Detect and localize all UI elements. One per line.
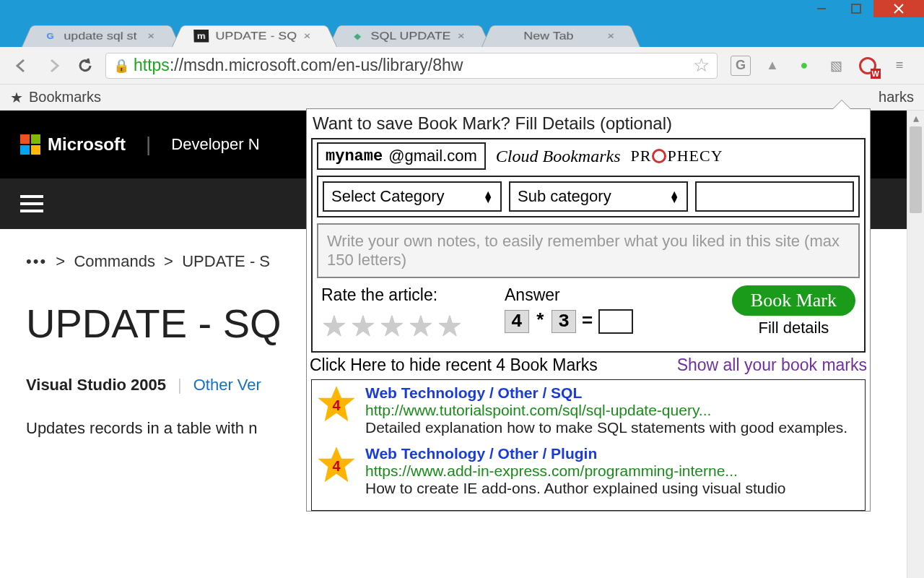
captcha-answer-input[interactable] <box>598 309 633 334</box>
tab-label: SQL UPDATE <box>370 30 450 42</box>
url-text: ://msdn.microsoft.com/en-us/library/8hw <box>170 56 463 75</box>
scroll-up-icon[interactable]: ▴ <box>907 111 924 125</box>
star-icon[interactable]: ★ <box>379 309 405 342</box>
ms-brand: Microsoft <box>48 134 126 155</box>
email-name: myname <box>326 147 383 165</box>
close-icon[interactable]: × <box>457 30 465 42</box>
ext-prophecy-icon[interactable]: W <box>858 56 878 76</box>
reload-button[interactable] <box>74 57 97 74</box>
tab-0[interactable]: Gupdate sql st× <box>22 25 180 47</box>
tab-label: UPDATE - SQ <box>215 30 297 42</box>
hide-recent-link[interactable]: Click Here to hide recent 4 Book Marks <box>310 355 598 375</box>
bookmark-category[interactable]: Web Technology / Other / SQL <box>365 384 860 402</box>
extension-icons: G ▲ ● ▧ W ≡ <box>726 56 914 76</box>
tab-1[interactable]: mUPDATE - SQ× <box>172 25 337 47</box>
bookmark-button[interactable]: Book Mark <box>732 285 855 316</box>
tab-label: update sql st <box>64 30 136 42</box>
captcha-b: 3 <box>552 310 576 333</box>
rating-stars[interactable]: ★ ★ ★ ★ ★ <box>321 309 463 342</box>
star-icon: ★ <box>10 89 23 106</box>
close-icon[interactable]: × <box>147 30 155 42</box>
url-https: https <box>134 56 170 75</box>
bookmark-desc: How to create IE add-ons. Author explain… <box>365 480 860 497</box>
bookmark-url[interactable]: http://www.tutorialspoint.com/sql/sql-up… <box>365 402 860 419</box>
star-icon[interactable]: ★ <box>321 309 347 342</box>
cloud-bookmarks-label: Cloud Bookmarks <box>496 147 621 166</box>
bookmark-desc: Detailed explanation how to make SQL sta… <box>365 419 860 436</box>
popup-title: Want to save Book Mark? Fill Details (op… <box>307 109 870 138</box>
star-icon[interactable]: ★ <box>437 309 463 342</box>
divider: | <box>146 133 151 156</box>
rating-star-icon: 4 <box>316 384 357 425</box>
email-box[interactable]: myname @gmail.com <box>317 142 486 170</box>
scroll-thumb[interactable] <box>910 126 922 213</box>
popup-pointer <box>832 100 851 109</box>
sql-icon: ◆ <box>350 30 364 41</box>
google-icon: G <box>43 30 57 41</box>
tab-3[interactable]: New Tab× <box>481 25 640 47</box>
ext-unknown-icon[interactable]: ▧ <box>826 56 846 76</box>
captcha-op: * <box>535 311 546 332</box>
email-domain: @gmail.com <box>388 147 477 165</box>
bookmarks-bar: ★Bookmarks harks <box>0 85 924 111</box>
breadcrumb-update: UPDATE - S <box>182 252 270 270</box>
address-bar[interactable]: 🔒 https://msdn.microsoft.com/en-us/libra… <box>105 53 718 79</box>
ext-drive-icon[interactable]: ▲ <box>762 56 783 76</box>
bookmarks-label[interactable]: Bookmarks <box>29 89 101 105</box>
bookmark-popup: Want to save Book Mark? Fill Details (op… <box>306 108 871 512</box>
star-icon[interactable]: ★ <box>408 309 434 342</box>
fill-details-label: Fill details <box>732 319 855 337</box>
browser-toolbar: 🔒 https://msdn.microsoft.com/en-us/libra… <box>0 47 924 85</box>
answer-label: Answer <box>505 285 633 305</box>
ext-chat-icon[interactable]: ● <box>794 56 814 76</box>
star-icon[interactable]: ★ <box>350 309 376 342</box>
tab-label: New Tab <box>524 30 574 42</box>
lock-icon: 🔒 <box>113 58 129 74</box>
breadcrumb-commands[interactable]: Commands <box>74 252 154 270</box>
menu-icon[interactable]: ≡ <box>889 56 910 76</box>
other-bookmarks[interactable]: harks <box>879 89 914 105</box>
breadcrumb-more[interactable]: ••• <box>26 252 47 270</box>
subcategory-select[interactable]: Sub category▲▼ <box>509 181 688 212</box>
captcha-a: 4 <box>505 310 529 333</box>
svg-rect-1 <box>852 4 860 13</box>
captcha: 4 * 3 = <box>505 309 633 334</box>
star-icon[interactable]: ☆ <box>693 54 710 77</box>
ext-google-icon[interactable]: G <box>731 56 751 76</box>
other-versions-link[interactable]: Other Ver <box>193 376 261 394</box>
msdn-icon: m <box>193 30 209 42</box>
tab-strip: Gupdate sql st× mUPDATE - SQ× ◆SQL UPDAT… <box>0 17 924 47</box>
developer-network[interactable]: Developer N <box>171 135 259 154</box>
recent-bookmarks: 4 Web Technology / Other / SQL http://ww… <box>311 379 866 511</box>
scrollbar[interactable]: ▴ <box>907 111 924 578</box>
close-icon[interactable]: × <box>607 30 615 42</box>
close-icon[interactable]: × <box>303 30 311 42</box>
tab-2[interactable]: ◆SQL UPDATE× <box>328 25 491 47</box>
chevron-icon: ▲▼ <box>669 191 679 202</box>
minimize-button[interactable] <box>804 0 839 17</box>
captcha-eq: = <box>582 311 593 332</box>
forward-button[interactable] <box>42 57 65 74</box>
back-button[interactable] <box>10 57 33 74</box>
close-button[interactable] <box>873 0 924 17</box>
chevron-icon: ▲▼ <box>483 191 493 202</box>
vs-label: Visual Studio 2005 <box>26 376 166 394</box>
bookmark-item[interactable]: 4 Web Technology / Other / SQL http://ww… <box>316 384 860 436</box>
maximize-button[interactable] <box>839 0 873 17</box>
bookmark-category[interactable]: Web Technology / Other / Plugin <box>365 445 860 462</box>
prophecy-logo: PRPHECY <box>630 147 723 165</box>
tag-input[interactable] <box>695 181 854 212</box>
bookmark-url[interactable]: https://www.add-in-express.com/programmi… <box>365 462 860 480</box>
notes-textarea[interactable]: Write your own notes, to easily remember… <box>317 223 860 278</box>
rate-label: Rate the article: <box>321 285 463 305</box>
rating-star-icon: 4 <box>316 445 357 486</box>
category-select[interactable]: Select Category▲▼ <box>323 181 502 212</box>
microsoft-logo[interactable]: Microsoft <box>20 134 126 155</box>
blank-icon <box>503 30 517 41</box>
window-titlebar <box>0 0 924 17</box>
bookmark-item[interactable]: 4 Web Technology / Other / Plugin https:… <box>316 445 860 497</box>
show-all-link[interactable]: Show all your book marks <box>677 355 867 375</box>
